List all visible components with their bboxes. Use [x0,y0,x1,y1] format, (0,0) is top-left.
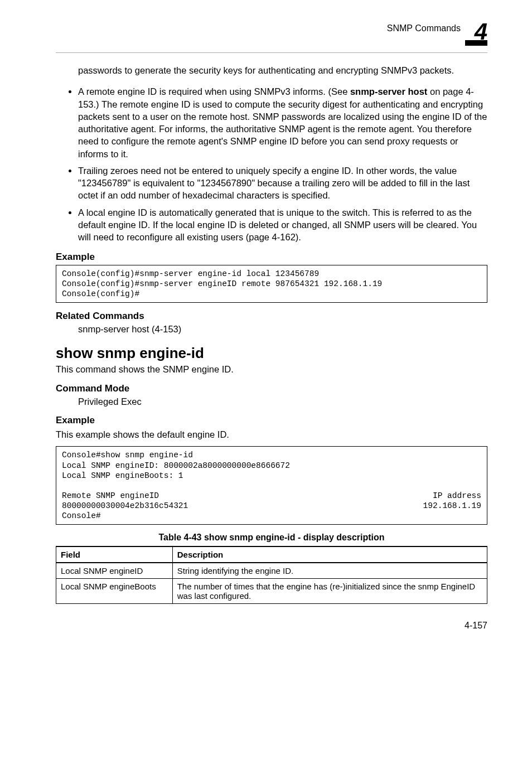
description-table: Field Description Local SNMP engineID St… [56,546,487,604]
command-mode-value: Privileged Exec [78,396,487,407]
th-field: Field [56,546,173,563]
intro-continuation: passwords to generate the security keys … [78,64,487,76]
header-rule [56,52,487,53]
bullet-text-pre: A remote engine ID is required when usin… [78,86,350,96]
bullet-text-bold: snmp-server host [350,86,427,96]
breadcrumb: SNMP Commands [387,22,461,33]
page-number: 4-157 [56,621,487,631]
td-desc: String identifying the engine ID. [172,563,487,579]
code2-line-a-right: IP address [433,491,481,501]
bullet-text-post: on page 4-153.) The remote engine ID is … [78,86,487,158]
code2-block2: Console# [62,511,101,520]
td-desc: The number of times that the engine has … [172,579,487,604]
example2-label: Example [56,415,487,426]
chapter-number: 4 [475,22,487,41]
list-item: Trailing zeroes need not be entered to u… [78,165,487,202]
table-header-row: Field Description [56,546,487,563]
bullet-list: A remote engine ID is required when usin… [56,85,487,243]
page: SNMP Commands 4 passwords to generate th… [0,0,532,774]
th-description: Description [172,546,487,563]
chapter-badge: 4 [465,22,487,46]
code-block-1: Console(config)#snmp-server engine-id lo… [56,265,487,303]
example-label: Example [56,251,487,263]
command-description: This command shows the SNMP engine ID. [56,363,487,375]
bullet-text-pre: A local engine ID is automatically gener… [78,207,477,243]
code2-block1: Console#show snmp engine-id Local SNMP e… [62,451,290,480]
chapter-underline [465,40,487,46]
td-field: Local SNMP engineBoots [56,579,173,604]
related-command-text: snmp-server host (4-153) [78,324,487,335]
table-row: Local SNMP engineID String identifying t… [56,563,487,579]
related-commands-label: Related Commands [56,311,487,322]
page-header: SNMP Commands 4 [56,22,487,46]
table-caption: Table 4-43 show snmp engine-id - display… [56,533,487,543]
td-field: Local SNMP engineID [56,563,173,579]
bullet-text-pre: Trailing zeroes need not be entered to u… [78,166,470,201]
example2-description: This example shows the default engine ID… [56,428,487,441]
list-item: A remote engine ID is required when usin… [78,85,487,160]
command-mode-label: Command Mode [56,383,487,394]
table-row: Local SNMP engineBoots The number of tim… [56,579,487,604]
code2-line-a-left: Remote SNMP engineID [62,491,159,501]
code2-line-b-left: 80000000030004e2b316c54321 [62,501,188,511]
code2-line-b-right: 192.168.1.19 [423,501,481,511]
code-block-2: Console#show snmp engine-id Local SNMP e… [56,446,487,525]
list-item: A local engine ID is automatically gener… [78,206,487,244]
command-title: show snmp engine-id [56,345,487,362]
